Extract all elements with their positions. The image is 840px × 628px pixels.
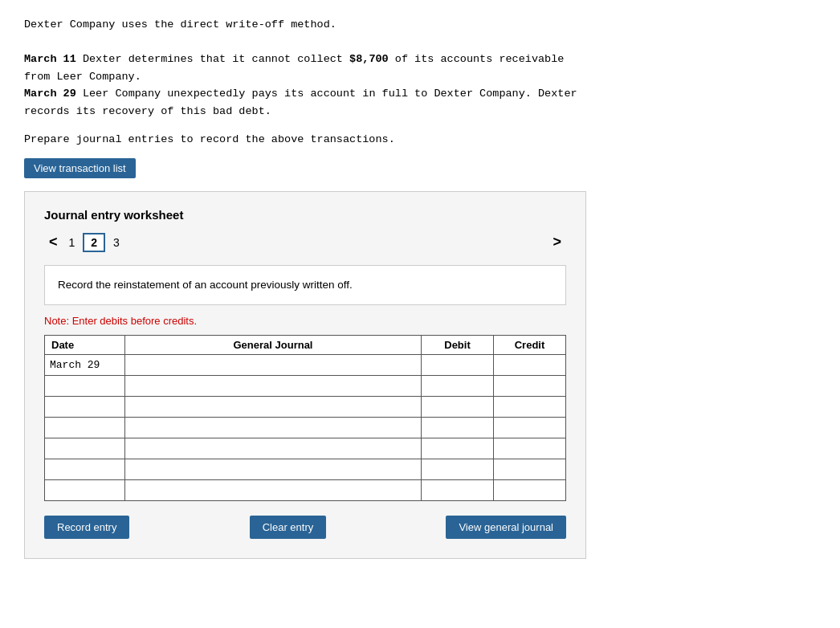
journal-input-2[interactable] bbox=[125, 376, 421, 396]
journal-table: Date General Journal Debit Credit bbox=[44, 335, 566, 501]
debit-input-4[interactable] bbox=[422, 418, 493, 438]
prepare-text: Prepare journal entries to record the ab… bbox=[24, 133, 816, 145]
date-cell-3[interactable] bbox=[45, 396, 125, 417]
debit-cell-5[interactable] bbox=[422, 438, 494, 459]
credit-cell-3[interactable] bbox=[494, 396, 566, 417]
credit-input-3[interactable] bbox=[494, 397, 565, 417]
instruction-box: Record the reinstatement of an account p… bbox=[44, 265, 566, 305]
date-input-7[interactable] bbox=[45, 480, 124, 500]
date-cell-1[interactable] bbox=[45, 354, 125, 375]
credit-input-2[interactable] bbox=[494, 376, 565, 396]
tab-2[interactable]: 2 bbox=[83, 233, 105, 252]
journal-input-3[interactable] bbox=[125, 397, 421, 417]
date-input-2[interactable] bbox=[45, 376, 124, 396]
table-row bbox=[45, 396, 566, 417]
date-cell-6[interactable] bbox=[45, 459, 125, 479]
table-row bbox=[45, 459, 566, 479]
worksheet-nav: < 1 2 3 > bbox=[44, 233, 566, 252]
table-row bbox=[45, 375, 566, 396]
date-input-4[interactable] bbox=[45, 418, 124, 438]
march11-line: March 11 Dexter determines that it canno… bbox=[24, 51, 816, 68]
march11-label: March 11 bbox=[24, 53, 76, 65]
credit-input-5[interactable] bbox=[494, 438, 565, 459]
date-input-6[interactable] bbox=[45, 459, 124, 479]
credit-cell-1[interactable] bbox=[494, 354, 566, 375]
journal-cell-3[interactable] bbox=[125, 396, 422, 417]
march29-line: March 29 Leer Company unexpectedly pays … bbox=[24, 85, 816, 103]
note-text: Note: Enter debits before credits. bbox=[44, 315, 566, 327]
intro-section: Dexter Company uses the direct write-off… bbox=[24, 16, 816, 120]
table-row bbox=[45, 417, 566, 438]
debit-cell-2[interactable] bbox=[422, 375, 494, 396]
credit-input-4[interactable] bbox=[494, 418, 565, 438]
journal-cell-7[interactable] bbox=[125, 479, 422, 500]
date-input-3[interactable] bbox=[45, 397, 124, 417]
record-entry-button[interactable]: Record entry bbox=[44, 516, 129, 539]
journal-cell-1[interactable] bbox=[125, 354, 422, 375]
journal-input-1[interactable] bbox=[125, 355, 421, 375]
col-header-date: Date bbox=[45, 335, 125, 354]
date-input-5[interactable] bbox=[45, 438, 124, 459]
journal-input-5[interactable] bbox=[125, 438, 421, 459]
journal-cell-4[interactable] bbox=[125, 417, 422, 438]
tab-1[interactable]: 1 bbox=[63, 234, 82, 251]
journal-cell-6[interactable] bbox=[125, 459, 422, 479]
button-row: Record entry Clear entry View general jo… bbox=[44, 516, 566, 539]
debit-input-3[interactable] bbox=[422, 397, 493, 417]
date-cell-5[interactable] bbox=[45, 438, 125, 459]
credit-input-6[interactable] bbox=[494, 459, 565, 479]
march29-cont: records its recovery of this bad debt. bbox=[24, 103, 816, 120]
clear-entry-button[interactable]: Clear entry bbox=[250, 516, 327, 539]
march29-label: March 29 bbox=[24, 88, 76, 100]
col-header-general-journal: General Journal bbox=[125, 335, 422, 354]
table-row bbox=[45, 438, 566, 459]
journal-entry-worksheet: Journal entry worksheet < 1 2 3 > Record… bbox=[24, 191, 586, 559]
nav-left-arrow[interactable]: < bbox=[44, 234, 63, 251]
credit-input-1[interactable] bbox=[494, 355, 565, 375]
debit-cell-1[interactable] bbox=[422, 354, 494, 375]
date-cell-7[interactable] bbox=[45, 479, 125, 500]
nav-right-arrow[interactable]: > bbox=[548, 234, 566, 251]
credit-cell-4[interactable] bbox=[494, 417, 566, 438]
debit-input-2[interactable] bbox=[422, 376, 493, 396]
clear-btn-wrapper: Clear entry bbox=[129, 516, 446, 539]
credit-cell-6[interactable] bbox=[494, 459, 566, 479]
debit-cell-4[interactable] bbox=[422, 417, 494, 438]
journal-cell-5[interactable] bbox=[125, 438, 422, 459]
view-general-journal-button[interactable]: View general journal bbox=[446, 516, 566, 539]
journal-input-4[interactable] bbox=[125, 418, 421, 438]
date-input-1[interactable] bbox=[45, 355, 124, 375]
intro-line1: Dexter Company uses the direct write-off… bbox=[24, 16, 816, 34]
march29-text: Leer Company unexpectedly pays its accou… bbox=[83, 88, 577, 100]
date-cell-2[interactable] bbox=[45, 375, 125, 396]
march11-text: Dexter determines that it cannot collect… bbox=[83, 53, 565, 65]
tab-numbers: 1 2 3 bbox=[63, 233, 548, 252]
tab-3[interactable]: 3 bbox=[107, 234, 126, 251]
view-transaction-button[interactable]: View transaction list bbox=[24, 158, 136, 178]
table-row bbox=[45, 354, 566, 375]
credit-cell-5[interactable] bbox=[494, 438, 566, 459]
credit-input-7[interactable] bbox=[494, 480, 565, 500]
journal-input-7[interactable] bbox=[125, 480, 421, 500]
journal-input-6[interactable] bbox=[125, 459, 421, 479]
date-cell-4[interactable] bbox=[45, 417, 125, 438]
table-row bbox=[45, 479, 566, 500]
debit-input-5[interactable] bbox=[422, 438, 493, 459]
debit-input-1[interactable] bbox=[422, 355, 493, 375]
credit-cell-2[interactable] bbox=[494, 375, 566, 396]
credit-cell-7[interactable] bbox=[494, 479, 566, 500]
journal-cell-2[interactable] bbox=[125, 375, 422, 396]
debit-cell-7[interactable] bbox=[422, 479, 494, 500]
instruction-text: Record the reinstatement of an account p… bbox=[58, 279, 353, 291]
debit-cell-3[interactable] bbox=[422, 396, 494, 417]
col-header-credit: Credit bbox=[494, 335, 566, 354]
debit-input-6[interactable] bbox=[422, 459, 493, 479]
debit-input-7[interactable] bbox=[422, 480, 493, 500]
col-header-debit: Debit bbox=[422, 335, 494, 354]
march11-cont: from Leer Company. bbox=[24, 68, 816, 86]
worksheet-title: Journal entry worksheet bbox=[44, 208, 566, 222]
debit-cell-6[interactable] bbox=[422, 459, 494, 479]
